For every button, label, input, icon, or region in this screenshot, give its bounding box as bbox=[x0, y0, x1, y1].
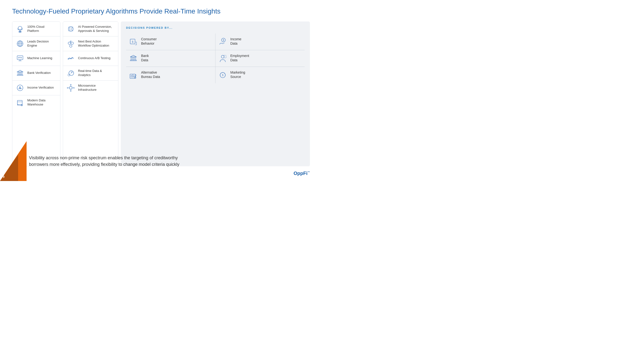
cloud-icon bbox=[16, 25, 24, 33]
svg-rect-21 bbox=[17, 75, 23, 75]
page: Technology-Fueled Proprietary Algorithms… bbox=[0, 0, 322, 181]
income-verify-icon: $ bbox=[16, 83, 24, 92]
income-verify-label: Income Verification bbox=[27, 86, 54, 90]
decision-item-consumer: $ ConsumerBehavior bbox=[126, 33, 216, 50]
svg-marker-17 bbox=[17, 70, 23, 72]
svg-line-37 bbox=[70, 74, 70, 74]
list-item: 100% Cloud Platform bbox=[12, 22, 60, 36]
decision-item-marketing: $ MarketingSource bbox=[216, 67, 305, 83]
ml-label: Machine Learning bbox=[27, 56, 52, 60]
svg-rect-55 bbox=[130, 60, 136, 61]
list-item: Next Best Action Workflow Optimization bbox=[63, 36, 118, 51]
svg-rect-59 bbox=[131, 75, 132, 77]
svg-point-36 bbox=[68, 74, 70, 76]
svg-point-16 bbox=[21, 57, 22, 58]
leads-label: Leads Decision Engine bbox=[27, 39, 57, 48]
svg-point-6 bbox=[20, 31, 21, 32]
ai-icon bbox=[66, 25, 75, 33]
svg-rect-12 bbox=[17, 56, 23, 60]
list-item: Modern Data Warehouse bbox=[12, 95, 60, 110]
list-item: AI Powered Conversion, Approvals & Servi… bbox=[63, 22, 118, 36]
svg-point-30 bbox=[71, 42, 74, 44]
decision-item-bureau: AlternativeBureau Data bbox=[126, 67, 216, 83]
employment-label: EmploymentData bbox=[230, 53, 249, 62]
svg-rect-53 bbox=[133, 57, 134, 60]
svg-rect-24 bbox=[18, 100, 22, 105]
list-item: Bank Verification bbox=[12, 66, 60, 81]
svg-rect-61 bbox=[134, 76, 135, 77]
list-item: Machine Learning bbox=[12, 51, 60, 66]
bureau-data-icon bbox=[128, 70, 138, 80]
income-data-label: IncomeData bbox=[230, 37, 242, 46]
marketing-label: MarketingSource bbox=[230, 70, 245, 79]
svg-rect-54 bbox=[135, 57, 136, 60]
svg-point-32 bbox=[70, 41, 71, 42]
list-item: $ Income Verification bbox=[12, 81, 60, 95]
bank-data-icon bbox=[128, 53, 138, 63]
realtime-label: Real-time Data & Analytics bbox=[78, 69, 115, 77]
page-title: Technology-Fueled Proprietary Algorithms… bbox=[12, 7, 310, 15]
bank-data-label: BankData bbox=[141, 53, 149, 62]
svg-point-28 bbox=[70, 28, 72, 30]
marketing-icon: $ bbox=[218, 70, 228, 80]
ab-test-icon bbox=[66, 54, 75, 63]
svg-rect-19 bbox=[20, 72, 20, 75]
svg-text:$: $ bbox=[19, 86, 21, 90]
bureau-label: AlternativeBureau Data bbox=[141, 70, 160, 79]
svg-rect-52 bbox=[131, 57, 132, 60]
bank-icon bbox=[16, 69, 24, 77]
list-item: Leads Decision Engine bbox=[12, 36, 60, 51]
consumer-label: ConsumerBehavior bbox=[141, 37, 157, 46]
analytics-icon bbox=[66, 69, 75, 77]
svg-rect-60 bbox=[132, 75, 133, 77]
ai-label: AI Powered Conversion, Approvals & Servi… bbox=[78, 25, 115, 33]
workflow-icon bbox=[66, 39, 75, 48]
decision-item-bank: BankData bbox=[126, 50, 216, 67]
bottom-text: Visibility across non-prime risk spectru… bbox=[29, 155, 322, 168]
employment-icon bbox=[218, 53, 228, 63]
svg-line-34 bbox=[71, 72, 73, 73]
svg-text:$: $ bbox=[223, 39, 224, 41]
warehouse-label: Modern Data Warehouse bbox=[27, 98, 57, 107]
income-data-icon: $ bbox=[218, 37, 228, 46]
cloud-platform-label: 100% Cloud Platform bbox=[27, 25, 57, 33]
bank-verify-label: Bank Verification bbox=[27, 71, 51, 75]
microservice-label: Microservice Infrastructure bbox=[78, 84, 115, 92]
decision-item-employment: EmploymentData bbox=[216, 50, 305, 67]
decisions-grid: $ ConsumerBehavior $ bbox=[126, 33, 304, 83]
consumer-behavior-icon: $ bbox=[128, 37, 138, 46]
svg-rect-18 bbox=[18, 72, 19, 75]
next-action-label: Next Best Action Workflow Optimization bbox=[78, 39, 115, 48]
oppfi-logo: OppFi™ bbox=[294, 171, 310, 176]
monitor-icon bbox=[16, 54, 24, 63]
svg-text:$: $ bbox=[132, 40, 133, 43]
svg-point-31 bbox=[70, 45, 72, 47]
svg-point-15 bbox=[18, 57, 19, 58]
svg-marker-51 bbox=[130, 55, 136, 57]
warehouse-icon bbox=[16, 98, 24, 107]
svg-rect-20 bbox=[21, 72, 22, 75]
ab-label: Continuous A/B Testing bbox=[78, 56, 110, 60]
list-item: Continuous A/B Testing bbox=[63, 51, 118, 66]
list-item: Real-time Data & Analytics bbox=[63, 66, 118, 81]
bottom-section: 9 Visibility across non-prime risk spect… bbox=[0, 141, 322, 181]
list-item: Microservice Infrastructure bbox=[63, 81, 118, 95]
svg-text:$: $ bbox=[222, 74, 224, 76]
svg-point-29 bbox=[68, 42, 70, 44]
globe-icon bbox=[16, 39, 24, 48]
microservice-icon bbox=[66, 83, 75, 92]
svg-point-56 bbox=[221, 55, 224, 58]
decision-item-income: $ IncomeData bbox=[216, 33, 305, 50]
page-number: 9 bbox=[3, 175, 4, 179]
svg-rect-38 bbox=[70, 87, 72, 89]
decisions-title: DECISIONS POWERED BY... bbox=[126, 26, 304, 29]
